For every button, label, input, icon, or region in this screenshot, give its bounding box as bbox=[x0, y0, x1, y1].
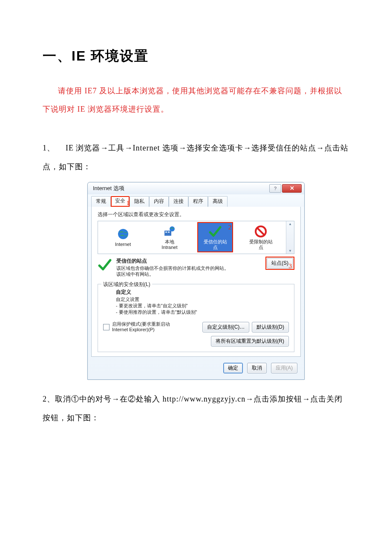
zone-intranet-l2: Intranet bbox=[161, 245, 177, 250]
dialog-title: Internet 选项 bbox=[93, 185, 269, 192]
zone-restricted-l1: 受限制的站 bbox=[249, 239, 273, 245]
dialog-titlebar: Internet 选项 ? ✕ bbox=[88, 182, 304, 194]
checkmark-icon bbox=[208, 225, 222, 238]
custom-l1: 自定义设置 bbox=[116, 296, 289, 303]
tab-security-label: 安全 bbox=[115, 198, 125, 204]
dialog-footer: 确定 取消 应用(A) bbox=[88, 357, 304, 379]
zone-intranet[interactable]: 本地 Intranet bbox=[151, 223, 188, 251]
tab-privacy[interactable]: 隐私 bbox=[130, 196, 149, 207]
zone-trusted-l1: 受信任的站 bbox=[204, 239, 227, 245]
svg-rect-3 bbox=[168, 231, 170, 233]
security-panel: 选择一个区域以查看或更改安全设置。 Internet bbox=[91, 207, 301, 357]
svg-rect-2 bbox=[165, 231, 167, 233]
zone-internet[interactable]: Internet bbox=[104, 225, 142, 249]
tab-advanced[interactable]: 高级 bbox=[208, 196, 228, 207]
step-1-text: IE 浏览器→工具→Internet 选项→选择安全选项卡→选择受信任的站点→点… bbox=[43, 144, 349, 171]
intro-paragraph: 请使用 IE7 及以上版本浏览器，使用其他浏览器可能存在不兼容问题，并根据以下说… bbox=[43, 82, 349, 119]
zone-intranet-l1: 本地 bbox=[165, 239, 174, 245]
trusted-title: 受信任的站点 bbox=[116, 257, 229, 265]
trusted-desc2: 该区域中有网站。 bbox=[116, 272, 229, 278]
step-2-num: 2、 bbox=[43, 395, 55, 403]
zone-trusted[interactable]: 受信任的站 点 2 bbox=[197, 222, 233, 252]
tab-security[interactable]: 安全 1 bbox=[111, 196, 130, 207]
custom-level-button[interactable]: 自定义级别(C)… bbox=[202, 322, 250, 332]
scroll-up-icon: ▲ bbox=[288, 221, 292, 227]
scroll-down-icon: ▼ bbox=[288, 248, 292, 254]
svg-point-4 bbox=[170, 226, 175, 231]
step-2: 2、取消①中的对号→在②处输入 http://www.nyggzyjy.cn→点… bbox=[43, 390, 349, 427]
tab-content[interactable]: 内容 bbox=[149, 196, 169, 207]
close-button[interactable]: ✕ bbox=[282, 184, 302, 193]
globe-icon bbox=[116, 227, 130, 241]
cancel-button[interactable]: 取消 bbox=[247, 363, 267, 373]
ok-button[interactable]: 确定 bbox=[223, 363, 243, 373]
reset-all-button[interactable]: 将所有区域重置为默认级别(R) bbox=[211, 336, 289, 347]
svg-rect-1 bbox=[164, 231, 171, 236]
annotation-3: 3 bbox=[289, 263, 292, 270]
internet-options-dialog: Internet 选项 ? ✕ 常规 安全 1 隐私 内容 连接 程序 高级 选 bbox=[87, 182, 305, 380]
zone-internet-label: Internet bbox=[115, 242, 131, 247]
step-2-text: 取消①中的对号→在②处输入 http://www.nyggzyjy.cn→点击添… bbox=[43, 395, 343, 422]
checkmark-large-icon bbox=[98, 257, 112, 272]
protected-l1: 启用保护模式(要求重新启动 bbox=[112, 321, 170, 327]
default-level-button[interactable]: 默认级别(D) bbox=[252, 322, 289, 332]
tab-strip: 常规 安全 1 隐私 内容 连接 程序 高级 bbox=[88, 194, 304, 207]
custom-l3: - 要使用推荐的设置，请单击"默认级别" bbox=[116, 309, 289, 315]
annotation-2: 2 bbox=[228, 224, 232, 231]
custom-title: 自定义 bbox=[116, 289, 289, 295]
zone-prompt: 选择一个区域以查看或更改安全设置。 bbox=[98, 211, 294, 218]
security-level-legend: 该区域的安全级别(L) bbox=[101, 281, 152, 288]
annotation-1: 1 bbox=[127, 199, 130, 207]
tab-connections[interactable]: 连接 bbox=[169, 196, 188, 207]
security-level-group: 该区域的安全级别(L) 自定义 自定义设置 - 要更改设置，请单击"自定义级别"… bbox=[98, 284, 294, 352]
section-heading: 一、IE 环境设置 bbox=[43, 47, 349, 66]
intranet-icon bbox=[163, 225, 176, 238]
zone-restricted-l2: 点 bbox=[259, 245, 263, 250]
trusted-desc1: 该区域包含你确信不会损害你的计算机或文件的网站。 bbox=[116, 266, 229, 272]
zone-list: Internet 本地 Intranet bbox=[98, 221, 294, 254]
protected-mode-checkbox[interactable] bbox=[103, 324, 110, 330]
zone-description: 受信任的站点 该区域包含你确信不会损害你的计算机或文件的网站。 该区域中有网站。… bbox=[98, 257, 294, 278]
apply-button[interactable]: 应用(A) bbox=[271, 363, 297, 373]
protected-mode-label: 启用保护模式(要求重新启动 Internet Explorer)(P) bbox=[112, 321, 170, 332]
zone-trusted-l2: 点 bbox=[213, 245, 218, 250]
help-button[interactable]: ? bbox=[269, 184, 281, 193]
svg-point-0 bbox=[118, 229, 128, 239]
prohibited-icon bbox=[254, 225, 268, 238]
sites-button-highlight: 站点(S) 3 bbox=[265, 257, 294, 270]
svg-line-6 bbox=[257, 228, 264, 235]
custom-l2: - 要更改设置，请单击"自定义级别" bbox=[116, 303, 289, 309]
zone-restricted[interactable]: 受限制的站 点 bbox=[242, 223, 280, 251]
step-1-num: 1、 bbox=[43, 139, 66, 157]
tab-general[interactable]: 常规 bbox=[91, 196, 111, 207]
tab-programs[interactable]: 程序 bbox=[188, 196, 208, 207]
close-icon: ✕ bbox=[290, 185, 294, 191]
zone-scrollbar[interactable]: ▲ ▼ bbox=[286, 221, 294, 254]
protected-l2: Internet Explorer)(P) bbox=[112, 327, 155, 332]
step-1: 1、IE 浏览器→工具→Internet 选项→选择安全选项卡→选择受信任的站点… bbox=[43, 139, 349, 176]
